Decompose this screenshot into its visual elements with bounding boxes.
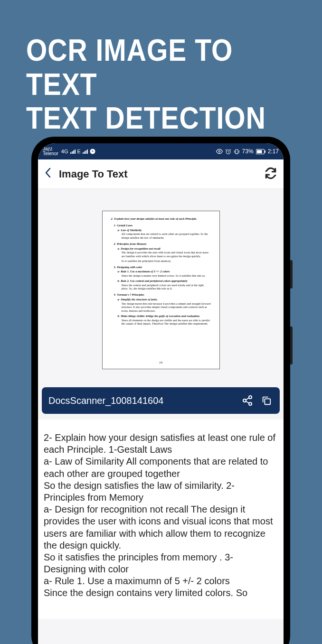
signal-bars-icon	[70, 149, 76, 154]
page-title: Image To Text	[59, 168, 257, 180]
doc-subsection: b- Rule 2. Use central and peripheral co…	[111, 279, 211, 283]
vibrate-icon	[234, 149, 240, 155]
doc-main-title: 2- Explain how your design satisfies at …	[111, 217, 211, 221]
doc-section: 4- Norman's 7 Principles	[111, 293, 211, 297]
svg-rect-3	[235, 149, 237, 154]
doc-subsection: a- Law of Similarity	[111, 228, 211, 232]
svg-rect-5	[256, 150, 262, 153]
promo-line-2: TEXT DETECTION	[26, 101, 303, 135]
battery-percent: 73%	[242, 148, 254, 155]
svg-rect-12	[265, 399, 270, 404]
net-1: 4G	[61, 149, 68, 154]
alarm-icon	[225, 149, 231, 155]
doc-paragraph: So it satisfies the principles from memo…	[111, 259, 211, 263]
svg-line-10	[246, 398, 249, 400]
share-icon	[242, 395, 253, 406]
document-preview[interactable]: 2- Explain how your design satisfies at …	[102, 211, 220, 369]
svg-point-7	[249, 396, 252, 399]
phone-frame: Jazz Telenor 4G E 73% 2:17	[31, 137, 290, 644]
doc-subsection: b- Make things visible: bridge the gulfs…	[111, 314, 211, 318]
phone-screen: Jazz Telenor 4G E 73% 2:17	[38, 143, 284, 644]
doc-section: 2- Principles from Memory	[111, 242, 211, 246]
doc-paragraph: All components that are related to each …	[111, 232, 211, 240]
back-button[interactable]	[45, 168, 51, 181]
copy-icon	[261, 395, 272, 406]
doc-subsection: a- Rule 1. Use a maximum of 5 +/- 2 colo…	[111, 270, 211, 273]
content-area: 2- Explain how your design satisfies at …	[38, 189, 284, 619]
carrier-labels: Jazz Telenor	[43, 147, 58, 156]
promo-title: OCR IMAGE TO TEXT TEXT DETECTION	[0, 0, 322, 157]
phone-power-button	[290, 327, 293, 364]
refresh-button[interactable]	[265, 167, 277, 181]
status-time: 2:17	[268, 148, 279, 155]
messenger-icon	[90, 149, 95, 154]
status-bar: Jazz Telenor 4G E 73% 2:17	[38, 143, 284, 159]
svg-point-9	[249, 402, 252, 405]
doc-paragraph: Since the central and peripheral colors …	[111, 283, 211, 291]
doc-section: 1- Gestalt Laws	[111, 224, 211, 227]
svg-line-11	[246, 401, 249, 403]
net-2: E	[77, 149, 81, 154]
svg-point-8	[243, 399, 246, 402]
doc-paragraph: Since the design contains very limited c…	[111, 274, 211, 278]
status-left: Jazz Telenor 4G E	[43, 147, 95, 156]
document-preview-wrap: 2- Explain how your design satisfies at …	[38, 189, 284, 387]
result-filename: DocsScanner_1008141604	[48, 395, 235, 406]
eye-icon	[216, 148, 223, 155]
status-network-icons: 4G E	[61, 149, 95, 154]
app-bar: Image To Text	[38, 159, 284, 189]
doc-subsection: a- Simplify the structure of tasks.	[111, 298, 211, 301]
doc-paragraph: The design it provides the user with ico…	[111, 251, 211, 258]
carrier-2: Telenor	[43, 151, 58, 156]
svg-point-1	[218, 150, 220, 152]
result-header: DocsScanner_1008141604	[42, 387, 280, 414]
phone-volume-button	[290, 260, 293, 289]
share-button[interactable]	[241, 394, 254, 407]
ocr-result-text[interactable]: 2- Explain how your design satisfies at …	[38, 420, 284, 619]
battery-icon	[256, 149, 265, 154]
signal-bars-icon	[83, 149, 88, 154]
doc-paragraph: Since all elements on the design are vis…	[111, 318, 211, 326]
status-right: 73% 2:17	[216, 148, 279, 155]
svg-rect-6	[265, 150, 265, 153]
promo-line-1: OCR IMAGE TO TEXT	[26, 33, 303, 101]
doc-paragraph: The design meets this rule because it pr…	[111, 302, 211, 313]
doc-section: 3- Designing with color	[111, 265, 211, 269]
doc-page-number: 19	[103, 361, 219, 365]
copy-button[interactable]	[260, 394, 273, 407]
doc-subsection: a- Design for recognition not recall	[111, 247, 211, 251]
